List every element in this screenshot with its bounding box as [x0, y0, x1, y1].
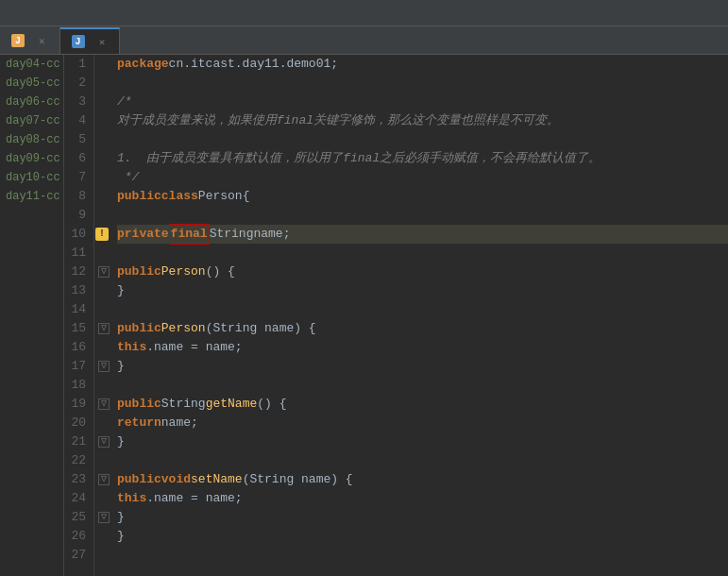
tab-person[interactable]: J ✕	[60, 27, 121, 54]
code-content[interactable]: package cn.itcast.day11.demo01; /*对于成员变量…	[113, 55, 728, 576]
sidebar-item-day09-cc[interactable]: day09-cc	[0, 149, 63, 168]
tab-icon-demo01: J	[11, 34, 25, 47]
gutter-cell-27	[94, 546, 113, 565]
line-num-22: 22	[68, 451, 86, 470]
sidebar-item-day07-cc[interactable]: day07-cc	[0, 111, 63, 130]
code-line-24: this.name = name;	[117, 489, 728, 508]
line-num-4: 4	[68, 111, 86, 130]
gutter-cell-26	[94, 527, 113, 546]
title-bar	[0, 0, 728, 26]
code-line-9	[117, 206, 728, 225]
gutter-cell-20	[94, 414, 113, 432]
sidebar-item-day08-cc[interactable]: day08-cc	[0, 130, 63, 149]
gutter-cell-6	[94, 149, 113, 168]
line-num-7: 7	[68, 168, 86, 187]
code-line-20: return name;	[117, 414, 728, 432]
code-line-18	[117, 376, 728, 395]
gutter-cell-23: ▽	[94, 470, 113, 489]
main-area: day04-ccday05-ccday06-ccday07-ccday08-cc…	[0, 55, 728, 576]
line-num-14: 14	[68, 300, 86, 319]
code-line-23: public void setName(String name) {	[117, 470, 728, 489]
tab-close-person[interactable]: ✕	[96, 35, 109, 49]
gutter-cell-16	[94, 338, 113, 357]
code-line-26: }	[117, 527, 728, 546]
fold-icon-15[interactable]: ▽	[98, 323, 110, 334]
line-num-12: 12	[68, 263, 86, 281]
warning-icon-10: !	[95, 228, 109, 241]
gutter-cell-18	[94, 376, 113, 395]
line-num-11: 11	[68, 244, 86, 263]
line-num-25: 25	[68, 508, 86, 527]
code-line-25: }	[117, 508, 728, 527]
line-numbers: 1234567891011121314151617181920212223242…	[64, 55, 94, 576]
gutter-cell-14	[94, 300, 113, 319]
code-line-6: 1. 由于成员变量具有默认值，所以用了final之后必须手动赋值，不会再给默认值…	[117, 149, 728, 168]
gutter-cell-24	[94, 489, 113, 508]
code-line-3: /*	[117, 93, 728, 111]
fold-icon-25[interactable]: ▽	[98, 512, 110, 523]
code-line-10: private final String name;	[117, 225, 728, 244]
code-line-5	[117, 130, 728, 149]
code-line-14	[117, 300, 728, 319]
code-line-27	[117, 546, 728, 565]
line-num-18: 18	[68, 376, 86, 395]
gutter: !▽▽▽▽▽▽▽	[94, 55, 113, 576]
line-num-19: 19	[68, 395, 86, 414]
sidebar-item-day10-cc[interactable]: day10-cc	[0, 168, 63, 187]
line-num-10: 10	[68, 225, 86, 244]
code-line-1: package cn.itcast.day11.demo01;	[117, 55, 728, 74]
sidebar-item-day06-cc[interactable]: day06-cc	[0, 93, 63, 111]
gutter-cell-7	[94, 168, 113, 187]
fold-icon-17[interactable]: ▽	[98, 361, 110, 372]
gutter-cell-17: ▽	[94, 357, 113, 376]
line-num-3: 3	[68, 93, 86, 111]
code-line-19: public String getName() {	[117, 395, 728, 414]
gutter-cell-2	[94, 74, 113, 93]
line-num-15: 15	[68, 319, 86, 338]
sidebar-item-day05-cc[interactable]: day05-cc	[0, 74, 63, 93]
gutter-cell-9	[94, 206, 113, 225]
code-line-12: public Person() {	[117, 263, 728, 281]
code-line-7: */	[117, 168, 728, 187]
fold-icon-19[interactable]: ▽	[98, 398, 110, 410]
line-num-9: 9	[68, 206, 86, 225]
gutter-cell-25: ▽	[94, 508, 113, 527]
gutter-cell-4	[94, 111, 113, 130]
fold-icon-12[interactable]: ▽	[98, 266, 110, 278]
gutter-cell-12: ▽	[94, 263, 113, 281]
line-num-23: 23	[68, 470, 86, 489]
code-line-17: }	[117, 357, 728, 376]
code-line-22	[117, 451, 728, 470]
line-num-6: 6	[68, 149, 86, 168]
code-line-4: 对于成员变量来说，如果使用final关键字修饰，那么这个变量也照样是不可变。	[117, 111, 728, 130]
code-line-16: this.name = name;	[117, 338, 728, 357]
line-num-2: 2	[68, 74, 86, 93]
code-line-13: }	[117, 281, 728, 300]
gutter-cell-10: !	[94, 225, 113, 244]
line-num-8: 8	[68, 187, 86, 206]
sidebar-item-day04-cc[interactable]: day04-cc	[0, 55, 63, 74]
gutter-cell-5	[94, 130, 113, 149]
code-line-2	[117, 74, 728, 93]
sidebar: day04-ccday05-ccday06-ccday07-ccday08-cc…	[0, 55, 64, 576]
tab-demo01[interactable]: J ✕	[0, 27, 60, 54]
line-num-16: 16	[68, 338, 86, 357]
gutter-cell-13	[94, 281, 113, 300]
line-num-5: 5	[68, 130, 86, 149]
line-num-17: 17	[68, 357, 86, 376]
line-num-1: 1	[68, 55, 86, 74]
line-num-21: 21	[68, 432, 86, 451]
sidebar-item-day11-cc[interactable]: day11-cc	[0, 187, 63, 206]
line-num-26: 26	[68, 527, 86, 546]
tab-close-demo01[interactable]: ✕	[36, 34, 48, 48]
line-num-27: 27	[68, 546, 86, 565]
fold-icon-23[interactable]: ▽	[98, 474, 110, 485]
gutter-cell-1	[94, 55, 113, 74]
tab-bar: J ✕ J ✕	[0, 26, 728, 55]
tab-icon-person: J	[72, 35, 85, 48]
gutter-cell-3	[94, 93, 113, 111]
code-line-15: public Person(String name) {	[117, 319, 728, 338]
fold-icon-21[interactable]: ▽	[98, 436, 110, 448]
line-num-13: 13	[68, 281, 86, 300]
editor-area[interactable]: 1234567891011121314151617181920212223242…	[64, 55, 728, 576]
